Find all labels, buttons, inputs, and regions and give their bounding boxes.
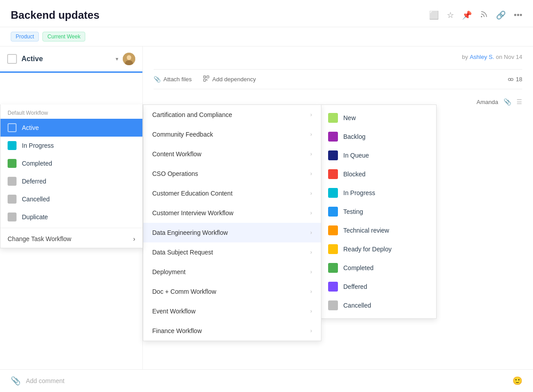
workflow-menu: Cartification and Compliance › Community… (143, 104, 321, 341)
link-icon[interactable]: 🔗 (496, 10, 506, 20)
avatar (123, 53, 135, 65)
workflow-item-doc-comm[interactable]: Doc + Comm Workflow › (143, 282, 321, 301)
meta-date: Nov 14 (504, 54, 522, 60)
deferred-label: Deferred (22, 178, 46, 185)
new-dot-icon (328, 113, 338, 123)
workflow-option-cancelled[interactable]: Cancelled (0, 190, 142, 208)
count-badge: 18 (507, 76, 522, 83)
dropdown-divider (0, 228, 142, 228)
workflow-label-community: Community Feedback (152, 131, 213, 138)
more-icon[interactable]: ••• (514, 11, 522, 20)
left-panel: Active ▾ Default Workflow Active (0, 46, 143, 385)
status-option-new[interactable]: New (321, 108, 436, 127)
workflow-item-customer-edu[interactable]: Customer Education Content › (143, 183, 321, 203)
workflow-item-event[interactable]: Event Workflow › (143, 301, 321, 321)
workflow-item-finance[interactable]: Finance Workflow › (143, 321, 321, 341)
status-option-in-queue[interactable]: In Queue (321, 146, 436, 165)
cancelled-icon (8, 195, 17, 204)
duplicate-icon (8, 213, 17, 221)
active-status-icon (8, 123, 17, 132)
status-cancelled-label: Cancelled (343, 302, 371, 309)
workflow-option-in-progress[interactable]: In Progress (0, 137, 142, 154)
app-container: Backend updates ⬜ ☆ 📌 🔗 ••• Product Curr… (0, 0, 533, 392)
star-icon[interactable]: ☆ (447, 10, 454, 20)
status-in-queue-label: In Queue (343, 152, 369, 159)
chevron-right-icon: › (310, 328, 312, 334)
add-dependency-btn[interactable]: Add dependency (203, 75, 256, 83)
completed-label: Completed (22, 160, 52, 167)
backlog-dot-icon (328, 132, 338, 142)
chevron-right-icon: › (310, 308, 312, 314)
calendar-icon[interactable]: ⬜ (429, 10, 439, 20)
workflow-item-data-eng[interactable]: Data Engineering Workflow › (143, 223, 321, 242)
chevron-right-icon: › (310, 151, 312, 157)
workflow-option-completed[interactable]: Completed (0, 154, 142, 172)
chevron-right-icon: › (310, 269, 312, 275)
change-workflow-btn[interactable]: Change Task Workflow › (0, 230, 142, 248)
status-option-testing[interactable]: Testing (321, 202, 436, 221)
workflow-option-deferred[interactable]: Deferred (0, 172, 142, 190)
dropdown-arrow-icon: ▾ (116, 56, 118, 62)
meta-author[interactable]: Ashley S. (470, 54, 494, 60)
workflow-item-cso[interactable]: CSO Operations › (143, 164, 321, 183)
workflow-label-customer-edu: Customer Education Content (152, 190, 233, 197)
svg-point-8 (511, 78, 513, 80)
meta-line: by Ashley S. on Nov 14 (154, 54, 522, 60)
status-option-in-progress[interactable]: In Progress (321, 183, 436, 202)
workflow-item-deployment[interactable]: Deployment › (143, 262, 321, 282)
pin-icon[interactable]: 📌 (462, 10, 472, 20)
svg-point-2 (127, 55, 131, 60)
attach-files-btn[interactable]: 📎 Attach files (154, 76, 192, 83)
comment-input[interactable]: Add comment (26, 377, 507, 384)
workflow-item-certification[interactable]: Cartification and Compliance › (143, 105, 321, 125)
attach-files-label: Attach files (163, 76, 192, 83)
workflow-label-doc-comm: Doc + Comm Workflow (152, 288, 216, 295)
tag-product[interactable]: Product (11, 32, 39, 42)
svg-rect-6 (204, 79, 206, 81)
svg-point-0 (481, 16, 482, 17)
meta-suffix: on (496, 54, 502, 60)
chevron-right-icon: › (310, 131, 312, 138)
svg-rect-5 (207, 76, 209, 78)
status-selector[interactable]: Active ▾ (0, 46, 142, 73)
status-blocked-label: Blocked (343, 171, 366, 178)
emoji-icon[interactable]: 🙂 (512, 376, 522, 386)
status-option-backlog[interactable]: Backlog (321, 127, 436, 146)
attach-icon: 📎 (504, 98, 511, 105)
workflow-label-customer-interview: Customer Interview Workflow (152, 209, 233, 217)
tag-current-week[interactable]: Current Week (42, 32, 85, 42)
chevron-right-icon: › (310, 249, 312, 255)
duplicate-label: Duplicate (22, 213, 48, 221)
status-option-technical-review[interactable]: Technical review (321, 221, 436, 240)
chevron-right-icon: › (310, 190, 312, 196)
rss-icon[interactable] (480, 10, 488, 21)
workflow-option-duplicate[interactable]: Duplicate (0, 208, 142, 226)
active-label: Active (22, 124, 39, 131)
workflow-label-deployment: Deployment (152, 268, 186, 275)
add-dependency-label: Add dependency (212, 76, 256, 83)
status-option-blocked[interactable]: Blocked (321, 165, 436, 183)
completed-dot-icon (328, 263, 338, 273)
count-value: 18 (516, 76, 522, 83)
status-box-icon (7, 54, 17, 64)
header-icons: ⬜ ☆ 📌 🔗 ••• (429, 10, 522, 21)
chevron-right-icon: › (310, 229, 312, 236)
header: Backend updates ⬜ ☆ 📌 🔗 ••• (0, 0, 533, 27)
in-progress-label: In Progress (22, 142, 54, 149)
blocked-dot-icon (328, 169, 338, 179)
dependency-icon (203, 75, 210, 83)
workflow-item-customer-interview[interactable]: Customer Interview Workflow › (143, 203, 321, 223)
status-option-cancelled[interactable]: Cancelled (321, 296, 436, 315)
status-testing-label: Testing (343, 208, 363, 215)
workflow-option-active[interactable]: Active (0, 119, 142, 137)
workflow-item-content[interactable]: Content Workflow › (143, 144, 321, 164)
list-icon: ☰ (516, 98, 522, 105)
status-option-ready-for-deploy[interactable]: Ready for Deploy (321, 240, 436, 259)
status-option-deffered[interactable]: Deffered (321, 277, 436, 296)
comment-bar: 📎 Add comment 🙂 (0, 369, 533, 392)
workflow-item-data-subject[interactable]: Data Subject Request › (143, 242, 321, 262)
status-option-completed[interactable]: Completed (321, 259, 436, 277)
workflow-item-community[interactable]: Community Feedback › (143, 125, 321, 144)
in-progress-dot-icon (328, 188, 338, 198)
comment-paperclip-icon[interactable]: 📎 (11, 376, 21, 386)
